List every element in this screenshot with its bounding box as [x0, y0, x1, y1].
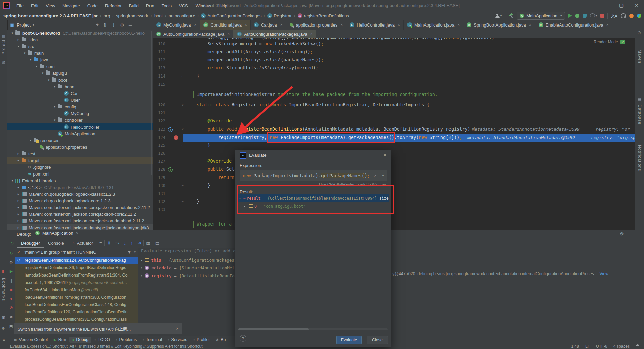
close-icon[interactable]	[340, 22, 343, 27]
show-execution-point-icon[interactable]: ⇓	[105, 241, 113, 246]
close-button[interactable]: ✕	[629, 0, 644, 11]
overrides-method-icon[interactable]	[168, 127, 173, 132]
close-icon[interactable]	[280, 22, 283, 27]
tab-enableautoconfiguration[interactable]: EnableAutoConfiguration.java	[535, 20, 612, 30]
tab-car[interactable]: Car.java	[251, 20, 286, 30]
tab-debugger[interactable]: Debugger	[17, 239, 44, 248]
hide-panel-icon[interactable]: ─	[630, 231, 633, 236]
expression-input[interactable]: new PackageImports(metadata).getPackageN…	[240, 170, 387, 181]
close-icon[interactable]	[398, 22, 400, 27]
tree-item-pomxml[interactable]: pom.xml	[7, 170, 153, 177]
tree-item-lib-jackson-core[interactable]: Maven: com.fasterxml.jackson.core:jackso…	[7, 211, 153, 217]
debug-session-tab[interactable]: MainApplication	[35, 231, 78, 236]
tree-item-lib-jackson-databind[interactable]: Maven: com.fasterxml.jackson.core:jackso…	[7, 217, 153, 224]
close-icon[interactable]	[245, 22, 247, 27]
menu-run[interactable]: Run	[143, 2, 157, 9]
grid-icon[interactable]: ▣	[9, 323, 13, 328]
close-icon[interactable]	[76, 231, 79, 236]
fold-marker[interactable]	[182, 125, 184, 133]
tree-item-atguigu[interactable]: atguigu	[7, 70, 153, 77]
filter-icon[interactable]: ▼	[127, 250, 132, 255]
menu-build[interactable]: Build	[126, 2, 142, 9]
fold-marker[interactable]	[182, 101, 184, 109]
tab-application-properties[interactable]: application.properties	[286, 20, 347, 30]
tree-item-boot[interactable]: boot	[7, 77, 153, 83]
horizontal-scrollbar[interactable]	[238, 328, 388, 330]
resume-icon[interactable]: ▶	[10, 269, 13, 274]
frame-row[interactable]: lambda$loadBeanDefinitionsFromRegistrars…	[15, 271, 138, 279]
maximize-button[interactable]: ▢	[614, 0, 629, 11]
fold-marker[interactable]	[182, 182, 184, 190]
translate-button[interactable]: 文A	[611, 12, 617, 19]
close-icon[interactable]	[457, 22, 460, 27]
toolwindow-debug[interactable]: ●Debug	[69, 337, 92, 343]
status-message[interactable]: Evaluate Expression...: Shortcut 'Alt+F8…	[10, 344, 203, 349]
breadcrumb-class[interactable]: AutoConfigurationPackages	[200, 13, 262, 18]
tree-item-config[interactable]: config	[7, 103, 153, 110]
threads-view-icon[interactable]: ≡	[97, 241, 104, 246]
tree-item-lib-logback-core[interactable]: Maven: ch.qos.logback:logback-core:1.2.3	[7, 197, 153, 204]
tree-item-target[interactable]: target	[7, 157, 153, 164]
profile-button[interactable]: ▾	[495, 12, 502, 19]
toolwindow-todo[interactable]: ▪TODO	[91, 337, 113, 343]
tree-item-com[interactable]: com	[7, 63, 153, 70]
toolwindow-run[interactable]: ▶Run	[51, 337, 69, 343]
dialog-close-button[interactable]: Close	[367, 336, 388, 344]
variable-row-metadata[interactable]: ▸metadata = {StandardAnnotationMetada	[141, 264, 242, 271]
project-view-title[interactable]: Project	[17, 22, 30, 28]
coverage-button[interactable]	[583, 12, 587, 19]
gear-icon[interactable]: ⚙	[2, 326, 5, 331]
toolwindow-problems[interactable]: ▪Problems	[113, 337, 140, 343]
menu-navigate[interactable]: Navigate	[59, 2, 83, 9]
folder-icon[interactable]: ▨	[2, 60, 5, 64]
plugin-button[interactable]	[629, 12, 634, 19]
close-icon[interactable]	[176, 326, 178, 331]
breadcrumb-method[interactable]: registerBeanDefinitions	[297, 13, 350, 18]
rerun-icon[interactable]: ↻	[7, 241, 17, 246]
run-to-cursor-icon[interactable]: ⇥	[135, 241, 143, 246]
toolwindow-services[interactable]: ▪Services	[165, 337, 190, 343]
tab-myconfig[interactable]: MyConfig.java	[153, 20, 200, 30]
reader-mode-toggle[interactable]: Reader Mode	[594, 40, 625, 44]
tree-item-gitignore[interactable]: .gitignore	[7, 164, 153, 170]
lock-icon[interactable]	[636, 345, 639, 348]
layout-settings-icon[interactable]: ▤	[153, 241, 162, 246]
tab-hellocontroller[interactable]: HelloController.java	[346, 20, 404, 30]
build-button[interactable]	[509, 12, 513, 19]
chevron-down-icon[interactable]: ▾	[33, 23, 34, 27]
bell-icon[interactable]: ◷	[638, 30, 641, 35]
tab-conditional[interactable]: Conditional.java	[200, 20, 251, 30]
menu-view[interactable]: View	[43, 2, 58, 9]
overrides-method-icon[interactable]	[168, 167, 173, 172]
tree-item-application-properties[interactable]: application.properties	[7, 144, 153, 150]
debug-button[interactable]	[575, 12, 579, 19]
pause-icon[interactable]: ∥	[10, 278, 12, 283]
rerun-icon[interactable]: ↻	[9, 251, 13, 256]
settings-icon[interactable]: ⚙	[9, 260, 13, 265]
frame-row-current[interactable]: ↺registerBeanDefinitions:124, AutoConfig…	[15, 257, 138, 264]
tree-item-controller[interactable]: controller	[7, 117, 153, 123]
caret-position[interactable]: 1:48	[571, 344, 579, 349]
tool-stripe-bookmarks[interactable]: Bookmarks	[1, 278, 6, 301]
collapse-all-icon[interactable]: ⇅	[103, 22, 107, 28]
locate-icon[interactable]: ⌖	[96, 22, 98, 28]
breadcrumb-boot[interactable]: boot	[154, 13, 163, 18]
tree-item-car[interactable]: Car	[7, 90, 153, 97]
frame-row[interactable]: loadBeanDefinitionsFromRegistrars:383, C…	[15, 294, 138, 301]
toolwindow-profiler[interactable]: ▪Profiler	[190, 337, 213, 343]
tree-item-java[interactable]: java	[7, 56, 153, 63]
profiler-button[interactable]: ▾	[590, 12, 597, 19]
gear-icon[interactable]: ⚙	[620, 231, 624, 236]
toolwindow-build[interactable]: ❋Bu	[213, 337, 229, 343]
tool-stripe-maven[interactable]: Maven	[637, 50, 642, 63]
fold-marker[interactable]	[182, 198, 184, 206]
tab-autoconfigurationpackage[interactable]: AutoConfigurationPackage.java	[153, 30, 233, 38]
tree-item-idea[interactable]: .idea	[7, 36, 153, 43]
tree-item-user[interactable]: User	[7, 97, 153, 103]
menu-refactor[interactable]: Refactor	[102, 2, 125, 9]
toolwindow-terminal[interactable]: ▪Terminal	[140, 337, 165, 343]
frame-row[interactable]: loadBeanDefinitionsForConfigurationClass…	[15, 301, 138, 308]
tree-item-hellocontroller[interactable]: HelloController	[7, 123, 153, 130]
frame-row[interactable]: loadBeanDefinitions:120, ConfigurationCl…	[15, 308, 138, 316]
breadcrumb-autoconfigure[interactable]: autoconfigure	[168, 13, 196, 18]
